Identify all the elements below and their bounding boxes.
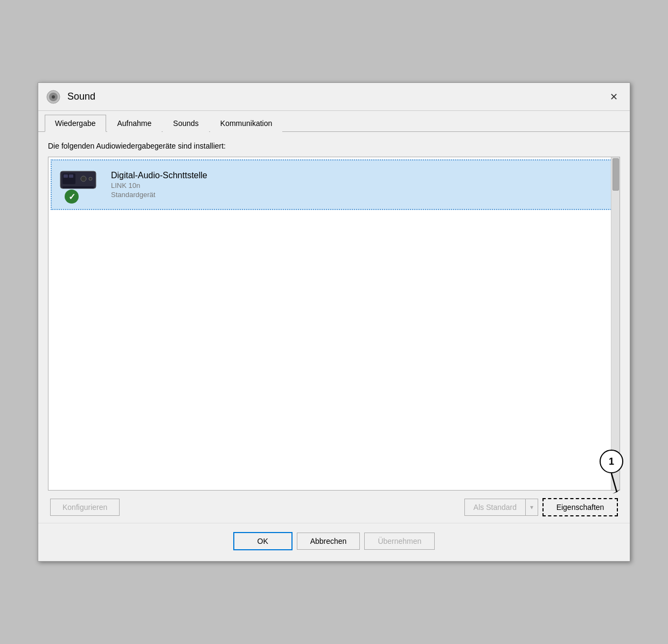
als-standard-split: Als Standard ▾ xyxy=(464,499,538,516)
sound-dialog: Sound ✕ Wiedergabe Aufnahme Sounds Kommu… xyxy=(38,82,630,562)
apply-button[interactable]: Übernehmen xyxy=(364,533,435,550)
scrollbar-thumb[interactable] xyxy=(613,158,619,191)
annotation-arrow-icon xyxy=(601,473,622,495)
als-standard-arrow[interactable]: ▾ xyxy=(525,499,538,516)
svg-point-6 xyxy=(89,177,92,180)
scrollbar[interactable] xyxy=(611,157,620,490)
cancel-button[interactable]: Abbrechen xyxy=(297,533,360,550)
tab-aufnahme[interactable]: Aufnahme xyxy=(107,115,162,132)
tab-wiedergabe[interactable]: Wiedergabe xyxy=(45,115,106,132)
svg-rect-7 xyxy=(64,174,68,178)
device-name: Digital-Audio-Schnttstelle xyxy=(111,171,609,180)
annotation-number: 1 xyxy=(600,450,623,473)
tab-sounds[interactable]: Sounds xyxy=(163,115,208,132)
svg-rect-8 xyxy=(69,174,73,178)
device-list[interactable]: ✓ Digital-Audio-Schnttstelle LINK 10n St… xyxy=(48,157,620,491)
annotation-group: 1 xyxy=(600,450,623,495)
default-device-badge: ✓ xyxy=(65,190,79,204)
als-standard-button[interactable]: Als Standard xyxy=(464,499,525,516)
device-sub1: LINK 10n xyxy=(111,181,609,190)
tab-content: Die folgenden Audiowiedergabegeräte sind… xyxy=(38,132,630,523)
action-buttons-row: Konfigurieren Als Standard ▾ 1 Eigenscha… xyxy=(48,498,620,516)
svg-point-5 xyxy=(81,176,86,181)
footer-buttons: OK Abbrechen Übernehmen xyxy=(38,523,630,561)
description-text: Die folgenden Audiowiedergabegeräte sind… xyxy=(48,142,620,150)
konfigurieren-button[interactable]: Konfigurieren xyxy=(50,499,120,516)
device-info: Digital-Audio-Schnttstelle LINK 10n Stan… xyxy=(111,171,609,199)
ok-button[interactable]: OK xyxy=(233,532,293,550)
title-bar: Sound ✕ xyxy=(38,83,630,111)
sound-icon xyxy=(45,88,62,106)
device-icon-area: ✓ xyxy=(59,166,102,204)
eigenschaften-button[interactable]: Eigenschaften xyxy=(542,498,618,516)
close-button[interactable]: ✕ xyxy=(604,87,623,107)
svg-point-2 xyxy=(52,95,55,99)
device-sub2: Standardgerät xyxy=(111,191,609,199)
svg-rect-9 xyxy=(62,186,94,188)
window-title: Sound xyxy=(67,91,604,102)
device-item[interactable]: ✓ Digital-Audio-Schnttstelle LINK 10n St… xyxy=(51,159,617,210)
tabs-bar: Wiedergabe Aufnahme Sounds Kommunikation xyxy=(38,111,630,132)
tab-kommunikation[interactable]: Kommunikation xyxy=(210,115,283,132)
svg-line-10 xyxy=(611,473,617,492)
